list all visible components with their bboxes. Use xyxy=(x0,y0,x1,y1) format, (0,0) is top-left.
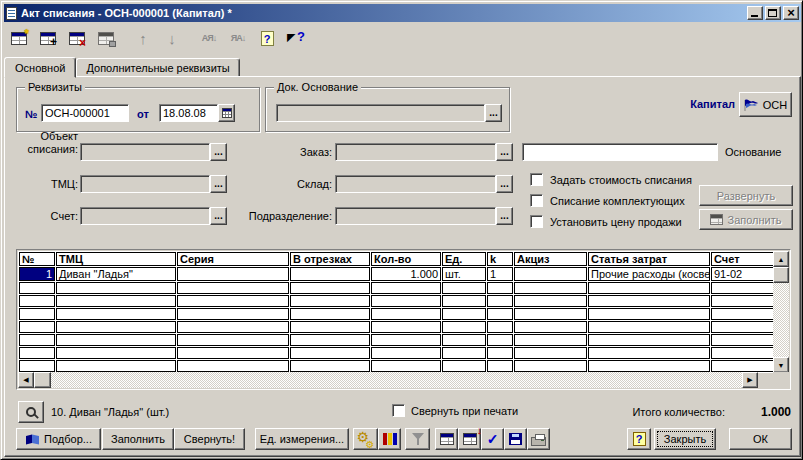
col-cuts[interactable]: В отрезках xyxy=(290,252,370,266)
empty-cell[interactable] xyxy=(19,308,55,320)
empty-cell[interactable] xyxy=(177,282,289,294)
add-line-button[interactable]: + xyxy=(36,27,60,49)
tab-main[interactable]: Основной xyxy=(4,57,76,78)
order-input[interactable] xyxy=(335,143,496,161)
cell-unit[interactable]: шт. xyxy=(442,267,486,281)
empty-cell[interactable] xyxy=(588,360,710,372)
empty-cell[interactable] xyxy=(19,282,55,294)
warehouse-input[interactable] xyxy=(335,175,496,193)
empty-cell[interactable] xyxy=(442,347,486,359)
empty-cell[interactable] xyxy=(290,295,370,307)
movements-button[interactable] xyxy=(435,428,458,450)
empty-cell[interactable] xyxy=(19,360,55,372)
empty-cell[interactable] xyxy=(442,295,486,307)
print-button[interactable] xyxy=(527,428,550,450)
delete-line-button[interactable]: × xyxy=(65,27,89,49)
help-button[interactable] xyxy=(255,27,279,49)
col-qty[interactable]: Кол-во xyxy=(371,252,441,266)
object-browse-button[interactable]: ... xyxy=(210,143,227,161)
collapse-on-print-checkbox[interactable] xyxy=(392,404,405,417)
empty-cell[interactable] xyxy=(177,360,289,372)
empty-cell[interactable] xyxy=(290,308,370,320)
sort-desc-button[interactable] xyxy=(226,27,250,49)
move-down-button[interactable] xyxy=(160,27,184,49)
empty-cell[interactable] xyxy=(514,360,587,372)
doc-basis-browse-button[interactable]: ... xyxy=(485,104,502,122)
col-cost-item[interactable]: Статья затрат xyxy=(588,252,710,266)
filter-button[interactable] xyxy=(405,428,430,450)
context-help-button[interactable] xyxy=(284,27,308,49)
close-dialog-button[interactable]: Закрыть xyxy=(654,428,716,450)
account-browse-button[interactable]: ... xyxy=(210,207,227,225)
empty-cell[interactable] xyxy=(56,308,176,320)
empty-cell[interactable] xyxy=(19,321,55,333)
col-tmc[interactable]: ТМЦ xyxy=(56,252,176,266)
object-input[interactable] xyxy=(80,143,210,161)
empty-cell[interactable] xyxy=(514,334,587,346)
empty-cell[interactable] xyxy=(588,295,710,307)
minimize-button[interactable] xyxy=(747,6,763,20)
empty-cell[interactable] xyxy=(371,321,441,333)
horizontal-scrollbar[interactable]: ◀ ▶ xyxy=(18,372,758,388)
tmc-input[interactable] xyxy=(80,175,210,193)
empty-cell[interactable] xyxy=(711,308,774,320)
doc-basis-input[interactable] xyxy=(276,104,485,122)
fill-side-button[interactable]: Заполнить xyxy=(699,209,793,230)
empty-cell[interactable] xyxy=(371,347,441,359)
empty-cell[interactable] xyxy=(290,347,370,359)
empty-cell[interactable] xyxy=(56,282,176,294)
set-cost-checkbox[interactable] xyxy=(530,173,543,186)
move-up-button[interactable] xyxy=(131,27,155,49)
empty-cell[interactable] xyxy=(371,282,441,294)
empty-cell[interactable] xyxy=(711,321,774,333)
col-number[interactable]: № xyxy=(19,252,55,266)
scroll-down-button[interactable]: ▼ xyxy=(773,357,789,373)
units-button[interactable]: Ед. измерения... xyxy=(255,428,349,450)
cell-qty[interactable]: 1.000 xyxy=(371,267,441,281)
calendar-button[interactable] xyxy=(218,104,235,122)
empty-cell[interactable] xyxy=(442,282,486,294)
empty-cell[interactable] xyxy=(514,347,587,359)
save-button[interactable] xyxy=(504,428,527,450)
ok-button[interactable]: ОК xyxy=(729,428,792,450)
empty-cell[interactable] xyxy=(290,282,370,294)
set-sale-price-checkbox[interactable] xyxy=(530,215,543,228)
date-input[interactable] xyxy=(159,104,218,122)
maximize-button[interactable] xyxy=(765,6,781,20)
cell-account[interactable]: 91-02 xyxy=(711,267,774,281)
empty-cell[interactable] xyxy=(56,295,176,307)
empty-cell[interactable] xyxy=(514,308,587,320)
cell-cuts[interactable] xyxy=(290,267,370,281)
empty-cell[interactable] xyxy=(177,347,289,359)
col-account[interactable]: Счет xyxy=(711,252,774,266)
expand-button[interactable]: Развернуть xyxy=(699,185,793,206)
empty-cell[interactable] xyxy=(711,347,774,359)
parameters-button[interactable] xyxy=(353,428,378,450)
empty-cell[interactable] xyxy=(442,321,486,333)
reports-button[interactable] xyxy=(378,428,401,450)
empty-cell[interactable] xyxy=(56,321,176,333)
enter-based-on-button[interactable]: ↓ xyxy=(458,428,481,450)
cell-cost-item[interactable]: Прочие расходы (косве xyxy=(588,267,710,281)
title-bar[interactable]: Акт списания - ОСН-000001 (Капитал) * xyxy=(4,4,801,22)
warehouse-browse-button[interactable]: ... xyxy=(496,175,513,193)
col-series[interactable]: Серия xyxy=(177,252,289,266)
cell-series[interactable] xyxy=(177,267,289,281)
col-k[interactable]: k xyxy=(487,252,513,266)
empty-cell[interactable] xyxy=(371,360,441,372)
cell-excise[interactable] xyxy=(514,267,587,281)
post-document-button[interactable] xyxy=(481,428,504,450)
collapse-button[interactable]: Свернуть! xyxy=(174,428,245,450)
empty-cell[interactable] xyxy=(56,360,176,372)
empty-cell[interactable] xyxy=(588,308,710,320)
empty-cell[interactable] xyxy=(371,308,441,320)
empty-cell[interactable] xyxy=(177,295,289,307)
number-input[interactable] xyxy=(41,104,129,122)
empty-cell[interactable] xyxy=(487,295,513,307)
vertical-scroll-thumb[interactable] xyxy=(773,267,789,283)
empty-cell[interactable] xyxy=(487,282,513,294)
empty-cell[interactable] xyxy=(514,321,587,333)
empty-cell[interactable] xyxy=(514,295,587,307)
firm-button[interactable]: ОСН xyxy=(739,92,792,117)
empty-cell[interactable] xyxy=(588,347,710,359)
